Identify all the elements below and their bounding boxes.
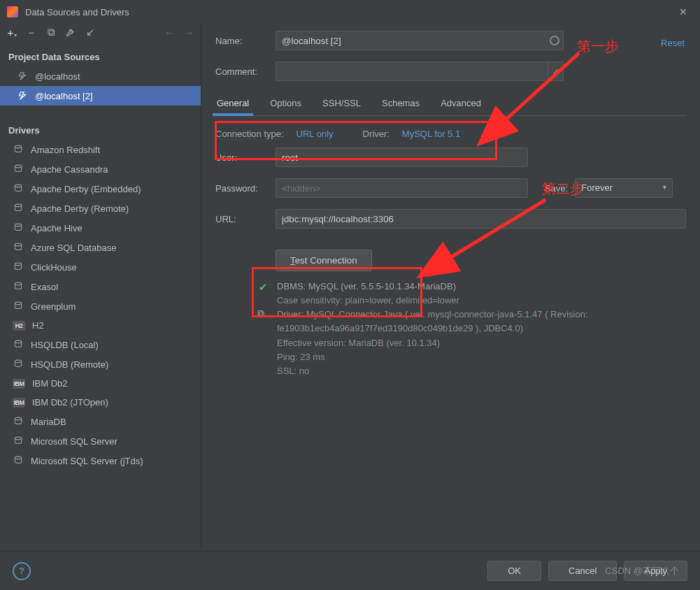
mssql-icon	[13, 436, 24, 447]
driver-item[interactable]: Apache Cassandra	[0, 159, 201, 179]
driver-label: Microsoft SQL Server	[31, 436, 117, 447]
expand-icon[interactable]: ⤢	[548, 62, 564, 81]
driver-item[interactable]: HSQLDB (Local)	[0, 335, 201, 354]
driver-item[interactable]: IBMIBM Db2 (JTOpen)	[0, 393, 201, 412]
test-connection-mnemonic: T	[290, 255, 295, 266]
data-source-label: @localhost	[35, 71, 80, 82]
user-label: User:	[215, 152, 276, 163]
save-label: Save:	[545, 183, 568, 194]
driver-item[interactable]: Apache Hive	[0, 218, 201, 238]
driver-label: HSQLDB (Local)	[31, 340, 99, 350]
apply-button[interactable]: Apply	[624, 561, 687, 581]
cancel-button[interactable]: Cancel	[548, 561, 617, 581]
nav-back-icon[interactable]: ←	[162, 24, 177, 40]
h2-icon: H2	[13, 321, 25, 331]
data-source-item[interactable]: @localhost	[0, 66, 201, 86]
driver-label: Amazon Redshift	[31, 145, 100, 155]
tab-schemas[interactable]: Schemas	[380, 92, 421, 115]
svg-point-0	[15, 145, 21, 148]
revert-icon[interactable]: ↙	[83, 24, 98, 40]
password-input[interactable]	[276, 178, 528, 198]
url-input[interactable]	[276, 209, 686, 229]
tabs: General Options SSH/SSL Schemas Advanced	[215, 92, 686, 116]
driver-item[interactable]: IBMIBM Db2	[0, 374, 201, 393]
mssql-icon	[13, 455, 24, 466]
result-case: Case sensitivity: plain=lower, delimited…	[277, 294, 686, 308]
save-select-value: Forever	[581, 182, 613, 193]
hsqldb-icon	[13, 339, 24, 350]
sidebar: + − ⧉ ↙ ← → Project Data Sources @localh…	[0, 24, 201, 548]
svg-point-4	[15, 224, 21, 226]
result-dbms: DBMS: MySQL (ver. 5.5.5-10.1.34-MariaDB)	[277, 280, 686, 294]
driver-item[interactable]: ClickHouse	[0, 257, 201, 277]
driver-label: Microsoft SQL Server (jTds)	[31, 456, 143, 466]
svg-point-2	[15, 185, 21, 187]
driver-label: Apache Derby (Embedded)	[31, 184, 141, 194]
driver-label: IBM Db2 (JTOpen)	[32, 397, 108, 408]
driver-item[interactable]: Amazon Redshift	[0, 140, 201, 159]
password-label: Password:	[215, 183, 276, 194]
drivers-header: Drivers	[0, 118, 201, 140]
driver-label: Exasol	[31, 282, 58, 292]
user-input[interactable]	[276, 148, 528, 167]
derby-icon	[13, 183, 24, 194]
svg-point-9	[15, 340, 21, 343]
driver-item[interactable]: H2H2	[0, 316, 201, 335]
reset-link[interactable]: Reset	[661, 38, 685, 48]
duplicate-button[interactable]: ⧉	[43, 24, 59, 40]
driver-item[interactable]: Apache Derby (Embedded)	[0, 179, 201, 199]
svg-point-3	[15, 204, 21, 207]
close-icon[interactable]: ✕	[673, 3, 693, 20]
wrench-icon[interactable]	[63, 24, 78, 40]
driver-item[interactable]: Exasol	[0, 277, 201, 296]
result-ssl: SSL: no	[277, 364, 686, 378]
result-ping: Ping: 23 ms	[277, 350, 686, 364]
name-label: Name:	[215, 36, 276, 46]
remove-button[interactable]: −	[24, 24, 39, 40]
svg-point-1	[15, 165, 21, 168]
db2-icon: IBM	[13, 379, 25, 389]
tab-ssh-ssl[interactable]: SSH/SSL	[321, 92, 362, 115]
status-circle-icon	[550, 36, 559, 45]
svg-point-10	[15, 360, 21, 363]
driver-label: Apache Cassandra	[31, 164, 108, 175]
driver-item[interactable]: HSQLDB (Remote)	[0, 354, 201, 374]
driver-item[interactable]: Microsoft SQL Server (jTds)	[0, 451, 201, 470]
comment-input[interactable]	[276, 62, 548, 81]
add-button[interactable]: +	[4, 24, 20, 40]
driver-label: Apache Hive	[31, 223, 83, 233]
nav-fwd-icon[interactable]: →	[181, 24, 197, 40]
name-input[interactable]	[276, 31, 564, 50]
ok-button[interactable]: OK	[487, 561, 541, 581]
driver-item[interactable]: MariaDB	[0, 412, 201, 431]
data-source-item[interactable]: @localhost [2]	[0, 86, 201, 106]
hsqldb-icon	[13, 359, 24, 370]
copy-icon[interactable]: ⧉	[257, 308, 269, 319]
svg-point-6	[15, 263, 21, 266]
db-icon	[13, 144, 24, 155]
connection-type-link[interactable]: URL only	[297, 129, 334, 139]
tab-advanced[interactable]: Advanced	[439, 92, 483, 115]
datasource-icon	[17, 90, 28, 101]
drivers-list[interactable]: Amazon RedshiftApache CassandraApache De…	[0, 140, 201, 548]
driver-label: H2	[32, 320, 44, 331]
db2-icon: IBM	[13, 398, 25, 408]
driver-label: ClickHouse	[31, 262, 77, 273]
app-icon	[7, 6, 18, 17]
driver-link[interactable]: MySQL for 5.1	[402, 129, 460, 139]
cassandra-icon	[13, 164, 24, 175]
svg-point-13	[15, 456, 21, 459]
driver-item[interactable]: Greenplum	[0, 296, 201, 316]
driver-item[interactable]: Apache Derby (Remote)	[0, 199, 201, 218]
driver-item[interactable]: Microsoft SQL Server	[0, 431, 201, 451]
help-button[interactable]: ?	[13, 562, 31, 580]
tab-options[interactable]: Options	[269, 92, 303, 115]
tab-general[interactable]: General	[215, 92, 250, 115]
connection-result: ✔ ⧉ DBMS: MySQL (ver. 5.5.5-10.1.34-Mari…	[257, 280, 686, 378]
test-connection-button[interactable]: Test Connection	[276, 250, 372, 271]
svg-point-12	[15, 437, 21, 440]
hive-icon	[13, 222, 24, 233]
clickhouse-icon	[13, 261, 24, 273]
save-select[interactable]: Forever	[575, 178, 673, 198]
driver-item[interactable]: Azure SQL Database	[0, 238, 201, 257]
